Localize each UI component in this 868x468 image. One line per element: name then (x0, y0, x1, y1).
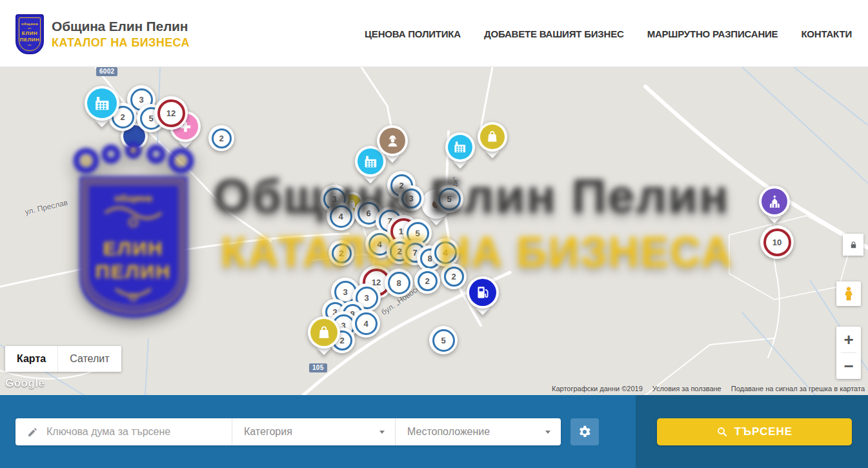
page: община ∾ ЕЛИН ПЕЛИН ∾ Община Елин Пелин … (0, 0, 868, 468)
map-pin-marker-worker[interactable] (377, 125, 408, 156)
search-button-label: ТЪРСЕНЕ (734, 425, 792, 438)
worker-icon (379, 128, 405, 154)
pegman-icon (841, 285, 856, 303)
attribution-report-link[interactable]: Подаване на сигнал за грешка в картата (731, 385, 865, 392)
category-select-value: Категория (244, 426, 292, 438)
cluster-count: 2 (332, 243, 352, 263)
cluster-count: 3 (401, 188, 421, 209)
map-pin-marker-factory[interactable] (445, 132, 475, 162)
crest-ornament: ∾ (28, 26, 32, 30)
attribution-terms-link[interactable]: Условия за ползване (652, 385, 722, 392)
map-pin-marker-bag[interactable] (308, 316, 340, 349)
map-cluster-marker[interactable]: 2 (328, 240, 354, 266)
nav-item-pricing[interactable]: ЦЕНОВА ПОЛИТИКА (365, 28, 461, 39)
search-submit-button[interactable]: ТЪРСЕНЕ (657, 418, 852, 445)
zoom-in-button[interactable]: + (836, 327, 861, 352)
search-icon (716, 426, 728, 438)
pin-body (377, 125, 408, 156)
cluster-count: 12 (157, 99, 185, 127)
cluster-count: 5 (432, 329, 455, 352)
pin-body (467, 276, 499, 309)
search-bar: Категория Местоположение ТЪРСЕНЕ (0, 395, 868, 468)
crest-name-line1: ЕЛИН (22, 30, 37, 36)
map-type-satellite-button[interactable]: Сателит (57, 346, 121, 372)
chevron-down-icon (545, 431, 550, 434)
main-nav: ЦЕНОВА ПОЛИТИКА ДОБАВЕТЕ ВАШИЯТ БИЗНЕС М… (365, 0, 852, 67)
map-pin-marker-factory[interactable] (85, 86, 119, 121)
map-cluster-marker[interactable]: 3 (398, 185, 424, 211)
location-select[interactable]: Местоположение (395, 418, 561, 445)
attribution-copyright: Картографски данни ©2019 (552, 385, 643, 392)
map-pin-marker-bag[interactable] (478, 122, 507, 152)
map-cluster-marker[interactable]: 2 (414, 268, 440, 294)
factory-icon (448, 135, 472, 159)
pin-body (759, 186, 790, 217)
map-pin-marker-church[interactable] (759, 186, 790, 217)
map-lock-button[interactable] (843, 234, 863, 256)
fuel-icon (469, 279, 496, 306)
map-cluster-marker[interactable]: 12 (154, 96, 188, 130)
crest-name-line2: ПЕЛИН (20, 37, 40, 43)
map-cluster-marker[interactable]: 10 (760, 225, 794, 259)
road-number-badge: 105 (309, 363, 327, 372)
gear-icon (578, 425, 592, 439)
keyword-input[interactable] (46, 426, 208, 438)
zoom-out-button[interactable]: − (836, 353, 861, 379)
pin-body (445, 132, 475, 162)
map-cluster-marker[interactable]: 8 (385, 269, 413, 297)
google-logo[interactable]: Google (5, 377, 45, 390)
site-title: Община Елин Пелин (52, 19, 190, 34)
cluster-count: 10 (763, 229, 791, 256)
map-cluster-marker[interactable]: 4 (352, 309, 380, 338)
zoom-control: + − (836, 327, 861, 379)
crest-ornament-bottom: ∾ (28, 43, 32, 46)
google-map[interactable]: 6002105ул. Преславбул. „Новоселци" 32512… (0, 67, 868, 395)
search-fields: Категория Местоположение (15, 418, 561, 445)
chevron-down-icon (379, 431, 385, 434)
site-subtitle: КАТАЛОГ НА БИЗНЕСА (52, 36, 190, 50)
map-pin-marker-fuel[interactable] (467, 276, 499, 309)
map-cluster-marker[interactable]: 5 (429, 326, 458, 354)
category-select[interactable]: Категория (232, 418, 395, 445)
cluster-count: 5 (438, 188, 461, 210)
church-icon (762, 188, 787, 214)
street-view-pegman-button[interactable] (836, 281, 861, 306)
factory-icon (87, 88, 117, 118)
nav-item-contacts[interactable]: КОНТАКТИ (801, 28, 852, 39)
pin-body (478, 122, 507, 152)
pin-body (85, 86, 119, 121)
cluster-count: 2 (212, 128, 232, 148)
keyword-field[interactable] (15, 418, 232, 445)
map-cluster-marker[interactable]: 2 (441, 263, 467, 289)
nav-item-add-business[interactable]: ДОБАВЕТЕ ВАШИЯТ БИЗНЕС (484, 28, 624, 39)
nav-item-route-schedule[interactable]: МАРШРУТНО РАЗПИСАНИЕ (647, 28, 778, 39)
pencil-icon (27, 427, 38, 438)
municipality-crest-logo: община ∾ ЕЛИН ПЕЛИН ∾ (14, 12, 45, 57)
map-type-map-button[interactable]: Карта (5, 346, 57, 372)
map-cluster-marker[interactable]: 2 (208, 125, 234, 151)
cluster-count: 8 (388, 272, 410, 294)
map-type-control: Карта Сателит (5, 346, 121, 372)
bag-icon (310, 319, 338, 346)
pin-body (308, 316, 340, 349)
site-logo[interactable]: община ∾ ЕЛИН ПЕЛИН ∾ Община Елин Пелин … (14, 12, 190, 57)
road-number-badge: 6002 (96, 67, 117, 76)
bag-icon (480, 125, 505, 149)
location-select-value: Местоположение (407, 426, 490, 438)
advanced-search-button[interactable] (570, 418, 599, 445)
cluster-count: 4 (434, 241, 457, 264)
cluster-count: 4 (330, 205, 352, 228)
lock-icon (849, 240, 858, 250)
cluster-count: 2 (444, 267, 464, 287)
map-cluster-marker[interactable]: 4 (431, 238, 459, 267)
cluster-count: 4 (355, 312, 378, 335)
cluster-count: 2 (418, 271, 438, 291)
map-cluster-marker[interactable]: 5 (435, 185, 463, 213)
map-cluster-marker[interactable]: 4 (327, 202, 355, 230)
map-attribution: Картографски данни ©2019 Условия за полз… (552, 385, 865, 392)
header: община ∾ ЕЛИН ПЕЛИН ∾ Община Елин Пелин … (0, 0, 868, 67)
